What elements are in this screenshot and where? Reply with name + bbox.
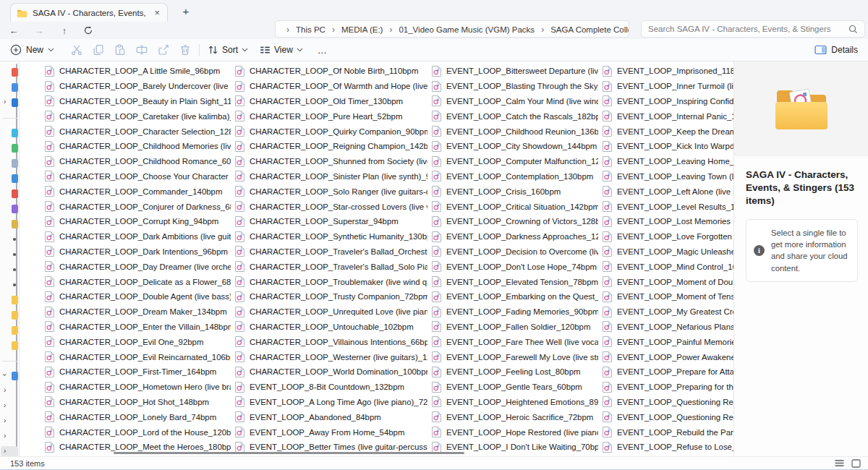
sidebar-item-onedrive[interactable]: › [1,97,18,109]
file-item[interactable]: EVENT_LOOP_Calm Your Mind (live wind qui… [431,94,598,109]
file-item[interactable]: CHARACTER_LOOP_Day Dreamer (live orchest… [44,259,231,274]
file-item[interactable]: EVENT_LOOP_Heightened Emotions_89bpm [431,395,598,410]
chevron-right-icon[interactable]: › [4,447,6,455]
chevron-right-icon[interactable]: › [4,98,6,106]
file-item[interactable]: EVENT_LOOP_Mind Control_164bpm [602,259,733,274]
file-item[interactable]: EVENT_LOOP_Nefarious Plans_96bpm [602,320,733,335]
file-item[interactable]: EVENT_LOOP_Rebuild the Party_120bpm [602,424,733,440]
sidebar-item-expand[interactable]: › [1,431,18,443]
copy-button[interactable] [92,44,104,56]
file-item[interactable]: EVENT_LOOP_Level Results_148bpm [602,199,733,214]
file-item[interactable]: CHARACTER_LOOP_Childhood Romance_60bpm [44,154,231,169]
file-item[interactable]: EVENT_LOOP_Painful Memories (live piano)… [602,334,733,349]
file-item[interactable]: EVENT_LOOP_Inspiring Confidence_72bpm [602,94,733,109]
sort-button[interactable]: Sort [208,45,248,55]
file-item[interactable]: CHARACTER_LOOP_Character Selection_128bp… [44,124,231,139]
file-item[interactable]: CHARACTER_LOOP_Corrupt King_94bpm [44,214,231,229]
file-item[interactable]: EVENT_LOOP_Abandoned_84bpm [234,409,427,424]
file-item[interactable]: CHARACTER_LOOP_Villainous Intentions_66b… [234,334,427,349]
file-item[interactable]: CHARACTER_LOOP_Pure Heart_52bpm [234,108,427,124]
cut-button[interactable] [70,44,82,56]
file-item[interactable]: EVENT_LOOP_Leaving Town (live guitar-vio… [602,169,733,184]
file-item[interactable]: EVENT_LOOP_Bittersweet Departure (live o… [431,64,598,79]
file-item[interactable]: EVENT_LOOP_Computer Malfunction_120bpm [431,154,598,169]
file-item[interactable]: CHARACTER_LOOP_Star-crossed Lovers (live… [234,199,427,214]
file-item[interactable]: CHARACTER_LOOP_Synthetic Humanity_130bpm [234,229,427,244]
sidebar-item[interactable] [1,264,18,276]
file-item[interactable]: EVENT_LOOP_Decision to Overcome (live pi… [431,244,598,260]
file-item[interactable]: EVENT_LOOP_Prepare for Attack_114bpm [602,364,733,380]
file-item[interactable]: EVENT_LOOP_8-Bit Countdown_132bpm [234,380,427,395]
file-item[interactable]: CHARACTER_LOOP_Dark Intentions_96bpm [44,244,231,260]
file-item[interactable]: CHARACTER_LOOP_Troublemaker (live wind q… [234,274,427,289]
file-item[interactable]: CHARACTER_LOOP_Quirky Companion_90bpm [234,124,427,139]
file-item[interactable]: CHARACTER_LOOP_Evil Reincarnated_106bpm [44,349,231,364]
horizontal-scrollbar-thumb[interactable] [114,452,464,454]
file-item[interactable]: CHARACTER_LOOP_Conjurer of Darkness_68bp… [44,199,231,214]
file-item[interactable]: CHARACTER_LOOP_Hot Shot_148bpm [44,395,231,410]
file-item[interactable]: EVENT_LOOP_Magic Unleashed (live wind qu… [602,244,733,260]
chevron-down-icon[interactable]: › [1,374,9,376]
file-item[interactable]: CHARACTER_LOOP_Old Timer_130bpm [234,94,427,109]
chevron-right-icon[interactable]: › [4,386,6,394]
file-item[interactable]: CHARACTER_LOOP_Of Noble Birth_110bpm [234,64,427,79]
file-item[interactable]: CHARACTER_LOOP_Delicate as a Flower_68bp… [44,274,231,289]
sidebar-item[interactable] [1,279,18,291]
chevron-right-icon[interactable]: › [4,416,6,424]
sidebar-item-folder[interactable] [1,325,18,337]
sidebar-item-folder[interactable] [1,309,18,322]
sidebar-item-expand[interactable]: › [1,416,18,428]
sidebar-item[interactable] [1,234,18,246]
details-view-toggle-icon[interactable] [835,459,844,467]
sidebar-item-music[interactable] [1,188,18,200]
file-item[interactable]: EVENT_LOOP_Fare Thee Well (live vocal)_6… [431,334,598,349]
file-item[interactable]: EVENT_LOOP_Darkness Approaches_120bpm [431,229,598,244]
file-item[interactable]: EVENT_LOOP_Refuse to Lose_86bpm [602,440,733,455]
sidebar-item-folder[interactable] [1,340,18,352]
file-item[interactable]: EVENT_LOOP_Imprisoned_118bpm [602,64,733,79]
file-item[interactable]: CHARACTER_LOOP_Of Warmth and Hope (live … [234,79,427,94]
file-item[interactable]: CHARACTER_LOOP_A Little Smile_96bpm [44,64,231,79]
sidebar-item-desktop[interactable] [1,127,18,140]
file-item[interactable]: CHARACTER_LOOP_Superstar_94bpm [234,214,427,229]
file-item[interactable]: EVENT_LOOP_Blasting Through the Sky_124b… [431,79,598,94]
file-item[interactable]: CHARACTER_LOOP_Enter the Villain_148bpm [44,320,231,335]
file-item[interactable]: EVENT_LOOP_Fallen Soldier_120bpm [431,320,598,335]
explorer-tab[interactable]: SAGA IV - Characters, Events, & Stingers… [10,3,168,22]
file-item[interactable]: EVENT_LOOP_Embarking on the Quest_140bpm [431,289,598,304]
file-item[interactable]: CHARACTER_LOOP_Solo Ranger (live guitars… [234,184,427,199]
file-item[interactable]: EVENT_LOOP_Moment of Tension_122bpm [602,289,733,304]
sidebar-item-pictures[interactable] [1,173,18,185]
file-item[interactable]: EVENT_LOOP_My Greatest Creation_98bpm [602,304,733,320]
sidebar-item-documents[interactable] [1,158,18,170]
rename-button[interactable] [135,44,148,56]
file-item[interactable]: EVENT_LOOP_Gentle Tears_60bpm [431,380,598,395]
file-item[interactable]: EVENT_LOOP_A Long Time Ago (live piano)_… [234,395,427,410]
file-item[interactable]: CHARACTER_LOOP_Double Agent (live bass)_… [44,289,231,304]
sidebar-item-videos[interactable] [1,203,18,215]
tab-close-icon[interactable]: × [153,8,161,17]
file-item[interactable]: EVENT_LOOP_Moment of Doubt_54bpm [602,274,733,289]
sidebar-item-expand[interactable]: › [1,385,18,398]
view-button[interactable]: View [260,45,303,55]
file-item[interactable]: CHARACTER_LOOP_World Domination_100bpm [234,364,427,380]
breadcrumb-item[interactable]: This PC [294,25,327,35]
file-item[interactable]: CHARACTER_LOOP_Lord of the House_120bpm [44,424,231,440]
breadcrumb-item[interactable]: MEDIA (E:) [340,25,385,35]
file-item[interactable]: EVENT_LOOP_Love Forgotten (live piano)_6… [602,229,733,244]
file-item[interactable]: EVENT_LOOP_Critical Situation_142bpm [431,199,598,214]
file-item[interactable]: CHARACTER_LOOP_Trusty Companion_72bpm [234,289,427,304]
file-item[interactable]: EVENT_LOOP_Fading Memories_90bpm [431,304,598,320]
file-item[interactable]: EVENT_LOOP_Leaving Home_60bpm [602,154,733,169]
file-item[interactable]: EVENT_LOOP_Feeling Lost_80bpm [431,364,598,380]
file-item[interactable]: CHARACTER_LOOP_Beauty in Plain Sight_116… [44,94,231,109]
file-item[interactable]: EVENT_LOOP_Farewell My Love (live string… [431,349,598,364]
file-item[interactable]: CHARACTER_LOOP_Untouchable_102bpm [234,320,427,335]
sidebar-item-folder[interactable] [1,218,18,231]
sidebar-item-this-pc[interactable]: › [1,370,18,383]
file-item[interactable]: CHARACTER_LOOP_Dream Maker_134bpm [44,304,231,320]
delete-button[interactable] [179,44,191,56]
search-input[interactable] [648,25,848,33]
file-item[interactable]: CHARACTER_LOOP_Evil One_92bpm [44,334,231,349]
file-item[interactable]: CHARACTER_LOOP_Hometown Hero (live brass… [44,380,231,395]
